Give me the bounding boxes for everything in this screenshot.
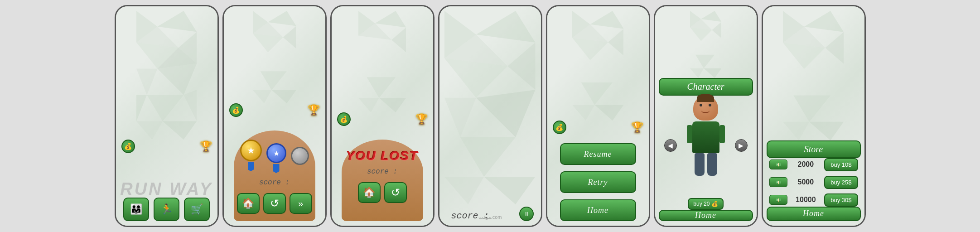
blue-medal bbox=[266, 143, 286, 163]
char-hair bbox=[697, 94, 714, 102]
svg-marker-8 bbox=[147, 95, 183, 121]
next-char-button[interactable]: ▶ bbox=[735, 139, 748, 152]
top-bar: 💰 🏆 bbox=[551, 121, 645, 134]
svg-marker-45 bbox=[594, 105, 623, 121]
trophy-icon: 🏆 bbox=[415, 113, 428, 125]
trophy-icon: 🏆 bbox=[200, 140, 212, 152]
svg-marker-31 bbox=[508, 43, 536, 90]
store-row-3: 💵 10000 buy 30$ bbox=[769, 193, 858, 207]
svg-marker-35 bbox=[460, 137, 516, 177]
svg-marker-7 bbox=[157, 63, 197, 95]
char-face bbox=[698, 104, 713, 113]
coin-button[interactable]: 💰 bbox=[553, 121, 566, 134]
svg-marker-53 bbox=[704, 68, 721, 78]
cash-icon-1: 💵 bbox=[769, 160, 787, 169]
svg-marker-51 bbox=[695, 55, 714, 68]
panel-actions: 🏠 ↺ » bbox=[237, 193, 312, 214]
char-mouth bbox=[701, 111, 710, 113]
char-body bbox=[692, 121, 719, 153]
buy-char-button[interactable]: buy 20 💰 bbox=[688, 198, 723, 210]
svg-marker-12 bbox=[163, 121, 197, 140]
svg-marker-41 bbox=[608, 29, 624, 56]
screen-character: Character ◀ bbox=[654, 5, 758, 227]
store-items: 💵 2000 buy 10$ 💵 5000 buy 25$ 💵 10000 bu… bbox=[767, 158, 861, 207]
svg-marker-36 bbox=[444, 177, 484, 204]
screen-main-menu: 💰 🏆 RUN WAY 👨‍👩‍👧 🏃 🛒 bbox=[115, 5, 219, 227]
svg-marker-24 bbox=[391, 28, 406, 53]
svg-marker-37 bbox=[484, 177, 535, 204]
home-button[interactable]: Home bbox=[560, 199, 636, 221]
svg-marker-19 bbox=[253, 90, 272, 103]
screen-pause: 💰 🏆 Resume Retry Home bbox=[546, 5, 650, 227]
svg-marker-33 bbox=[476, 90, 536, 137]
char-head bbox=[693, 96, 718, 121]
top-bar: 💰 🏆 bbox=[335, 112, 430, 126]
svg-marker-34 bbox=[444, 98, 476, 137]
resume-button[interactable]: Resume bbox=[560, 143, 636, 165]
home-button[interactable]: Home bbox=[659, 210, 753, 221]
home-button[interactable]: Home bbox=[767, 207, 861, 221]
retry-button[interactable]: ↺ bbox=[384, 182, 407, 203]
coin-button[interactable]: 💰 bbox=[121, 140, 135, 153]
cash-icon-2: 💵 bbox=[769, 177, 787, 187]
char-eye-right bbox=[709, 104, 711, 106]
svg-marker-27 bbox=[379, 98, 406, 112]
buy-btn-1[interactable]: buy 10$ bbox=[824, 158, 858, 171]
svg-marker-60 bbox=[783, 122, 809, 140]
prev-char-button[interactable]: ◀ bbox=[664, 139, 677, 152]
svg-marker-59 bbox=[794, 96, 831, 122]
svg-marker-25 bbox=[367, 77, 396, 98]
home-button[interactable]: 🏠 bbox=[358, 182, 381, 203]
svg-marker-52 bbox=[690, 68, 704, 78]
trophy-icon: 🏆 bbox=[631, 121, 643, 133]
svg-marker-55 bbox=[804, 11, 844, 32]
screen-store: Store 💵 2000 buy 10$ 💵 5000 buy 25$ 💵 10… bbox=[762, 5, 866, 227]
store-header: Store bbox=[767, 140, 861, 158]
run-button[interactable]: 🏃 bbox=[154, 198, 179, 221]
panel-actions: 🏠 ↺ bbox=[358, 182, 407, 203]
svg-marker-57 bbox=[826, 32, 844, 64]
screen-score: 💰 🏆 score : 🏠 ↺ » bbox=[222, 5, 327, 227]
char-leg-right bbox=[707, 153, 717, 176]
svg-marker-43 bbox=[581, 82, 612, 105]
medals-row bbox=[240, 140, 309, 173]
svg-marker-10 bbox=[183, 90, 197, 121]
you-lost-text: YOU LOST bbox=[346, 149, 418, 163]
coin-button[interactable]: 💰 bbox=[229, 103, 243, 117]
retry-button[interactable]: ↺ bbox=[263, 193, 286, 214]
trophy-icon: 🏆 bbox=[308, 104, 320, 116]
store-row-2: 💵 5000 buy 25$ bbox=[769, 176, 858, 189]
gold-medal bbox=[240, 140, 262, 161]
pause-button[interactable]: ⏸ bbox=[519, 207, 534, 221]
svg-marker-39 bbox=[590, 11, 623, 29]
svg-marker-11 bbox=[136, 121, 163, 140]
gray-medal bbox=[291, 147, 309, 165]
character-figure bbox=[679, 96, 733, 195]
home-button[interactable]: 🏠 bbox=[237, 193, 260, 214]
watermark: موقت.com bbox=[478, 214, 502, 220]
store-amount-1: 2000 bbox=[787, 160, 825, 169]
score-label: score : bbox=[367, 168, 397, 176]
svg-marker-20 bbox=[271, 90, 296, 103]
svg-marker-44 bbox=[572, 105, 594, 121]
store-amount-2: 5000 bbox=[787, 178, 825, 186]
buy-btn-3[interactable]: buy 30$ bbox=[824, 193, 858, 207]
store-amount-3: 10000 bbox=[787, 196, 825, 204]
medal-panel: score : 🏠 ↺ » bbox=[234, 130, 315, 221]
bottom-buttons: 👨‍👩‍👧 🏃 🛒 bbox=[120, 198, 214, 221]
top-bar: 💰 🏆 bbox=[120, 140, 214, 153]
characters-button[interactable]: 👨‍👩‍👧 bbox=[123, 198, 149, 221]
char-leg-left bbox=[695, 153, 705, 176]
retry-button[interactable]: Retry bbox=[560, 171, 636, 193]
next-button[interactable]: » bbox=[290, 193, 312, 214]
top-bar: 💰 🏆 bbox=[227, 103, 322, 117]
main-title: RUN WAY bbox=[120, 180, 213, 198]
pause-buttons: Resume Retry Home bbox=[551, 143, 645, 221]
store-button[interactable]: 🛒 bbox=[184, 198, 210, 221]
coin-button[interactable]: 💰 bbox=[337, 112, 351, 126]
buy-btn-2[interactable]: buy 25$ bbox=[824, 176, 858, 189]
char-eye-left bbox=[700, 104, 702, 106]
character-header: Character bbox=[659, 78, 753, 96]
lost-panel: YOU LOST score : 🏠 ↺ bbox=[342, 140, 423, 221]
screen-lost: 💰 🏆 YOU LOST score : 🏠 ↺ bbox=[330, 5, 434, 227]
